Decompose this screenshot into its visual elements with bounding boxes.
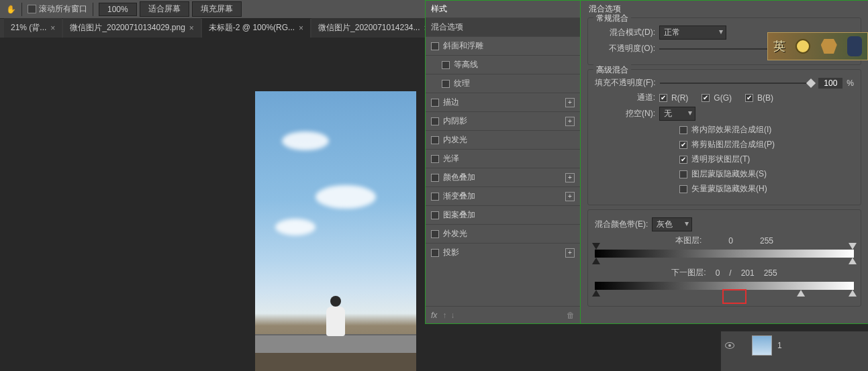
layer-style-list: 样式 混合选项 斜面和浮雕 等高线 纹理 描边+ 内阴影+ 内发光 光泽 颜色叠… [425,0,581,324]
channel-b-checkbox[interactable] [745,94,753,102]
style-label: 纹理 [454,78,470,89]
opt2-checkbox[interactable] [679,141,687,149]
this-max-value: 255 [760,236,773,246]
style-color-overlay[interactable]: 颜色叠加+ [426,168,580,187]
arrow-up-icon[interactable]: ↑ [442,311,446,320]
scroll-all-checkbox[interactable] [28,5,36,13]
this-layer-gradient[interactable] [595,250,854,258]
style-outer-glow[interactable]: 外发光 [426,224,580,243]
layer-row[interactable]: 1 [721,331,868,360]
opt-label: 透明形状图层(T) [691,154,750,165]
this-layer-label: 本图层: [675,235,702,246]
slider-stop-split[interactable] [797,290,805,297]
opt-label: 将剪贴图层混合成组(P) [691,139,775,150]
style-label: 内阴影 [443,115,467,127]
tab-0[interactable]: 21% (背...× [4,18,62,38]
blend-if-select[interactable]: 灰色 [652,217,692,231]
style-label: 斜面和浮雕 [443,40,483,52]
layer-thumbnail[interactable] [752,335,772,356]
slider-stop[interactable] [592,243,600,250]
fit-screen-button[interactable]: 适合屏幕 [140,1,189,17]
style-contour[interactable]: 等高线 [426,55,580,74]
trash-icon[interactable]: 🗑 [567,311,575,320]
style-satin[interactable]: 光泽 [426,149,580,168]
zoom-level-button[interactable]: 100% [99,3,137,16]
arrow-down-icon[interactable]: ↓ [450,311,454,320]
group-title: 高级混合 [593,64,631,76]
overlay-text: 英 [773,38,785,54]
add-icon[interactable]: + [565,248,575,258]
styles-footer: fx ↑↓ 🗑 [426,306,580,323]
style-inner-glow[interactable]: 内发光 [426,130,580,149]
opt1-checkbox[interactable] [679,126,687,134]
blend-mode-label: 混合模式(D): [595,27,655,38]
channel-r-checkbox[interactable] [659,94,667,102]
style-stroke[interactable]: 描边+ [426,93,580,111]
style-label: 等高线 [454,59,478,70]
style-pattern-overlay[interactable]: 图案叠加 [426,205,580,224]
add-icon[interactable]: + [565,117,575,126]
add-icon[interactable]: + [565,98,575,107]
add-icon[interactable]: + [565,192,575,201]
blend-mode-select[interactable]: 正常 [659,25,726,40]
under-min-value: 0 [716,268,720,278]
moon-icon [795,39,810,54]
style-blending-options[interactable]: 混合选项 [426,17,580,36]
styles-header: 样式 [426,1,580,17]
style-inner-shadow[interactable]: 内阴影+ [426,111,580,130]
tab-label: 21% (背... [11,22,46,34]
under-layer-label: 下一图层: [671,267,706,278]
tab-2[interactable]: 未标题-2 @ 100%(RG...× [202,18,310,38]
style-label: 渐变叠加 [443,191,475,202]
shirt-icon [821,39,837,54]
opt4-checkbox[interactable] [679,170,687,178]
style-label: 颜色叠加 [443,172,475,183]
close-icon[interactable]: × [189,23,194,33]
blend-if-group: 混合颜色带(E): 灰色 本图层: 0 255 下一图层: 0 / 201 25… [587,209,861,307]
visibility-icon[interactable] [725,342,734,349]
fill-opacity-label: 填充不透明度(F): [595,77,656,89]
channel-g-checkbox[interactable] [702,94,710,102]
tab-label: 微信图片_2020071014234... [318,22,420,34]
percent-label: % [847,78,854,88]
slider-stop[interactable] [849,243,857,250]
channels-label: 通道: [595,92,655,103]
fx-icon[interactable]: fx [431,311,437,320]
tab-1[interactable]: 微信图片_20200710134029.png× [63,18,200,38]
fill-opacity-slider[interactable] [660,78,815,88]
hand-icon[interactable]: ✋ [5,4,16,15]
style-label: 描边 [443,97,459,108]
style-label: 内发光 [443,134,467,146]
style-label: 混合选项 [431,21,463,33]
slider-stop[interactable] [592,258,600,264]
document-image [255,91,416,371]
knockout-select[interactable]: 无 [659,107,695,121]
tab-label: 微信图片_20200710134029.png [70,22,185,34]
slider-stop[interactable] [849,258,857,264]
close-icon[interactable]: × [299,23,303,33]
slash: / [729,268,731,278]
style-drop-shadow[interactable]: 投影+ [426,243,580,262]
opt-label: 将内部效果混合成组(I) [691,124,771,136]
scroll-all-label: 滚动所有窗口 [39,3,87,15]
tab-label: 未标题-2 @ 100%(RG... [209,22,295,34]
tab-3[interactable]: 微信图片_2020071014234...× [311,18,435,38]
style-label: 投影 [443,247,459,258]
opt3-checkbox[interactable] [679,156,687,164]
style-bevel[interactable]: 斜面和浮雕 [426,36,580,55]
fill-screen-button[interactable]: 填充屏幕 [192,1,242,17]
highlight-box [722,289,746,304]
style-gradient-overlay[interactable]: 渐变叠加+ [426,187,580,205]
close-icon[interactable]: × [50,23,55,33]
slider-stop[interactable] [849,290,857,297]
add-icon[interactable]: + [565,173,575,182]
style-texture[interactable]: 纹理 [426,74,580,93]
knockout-label: 挖空(N): [595,108,655,119]
layer-name[interactable]: 1 [777,341,782,350]
opt-label: 图层蒙版隐藏效果(S) [691,168,767,180]
blend-if-label: 混合颜色带(E): [595,219,648,230]
layers-panel: 1 [720,331,868,371]
opt5-checkbox[interactable] [679,185,687,193]
fill-opacity-input[interactable]: 100 [818,78,842,89]
slider-stop[interactable] [592,290,600,297]
